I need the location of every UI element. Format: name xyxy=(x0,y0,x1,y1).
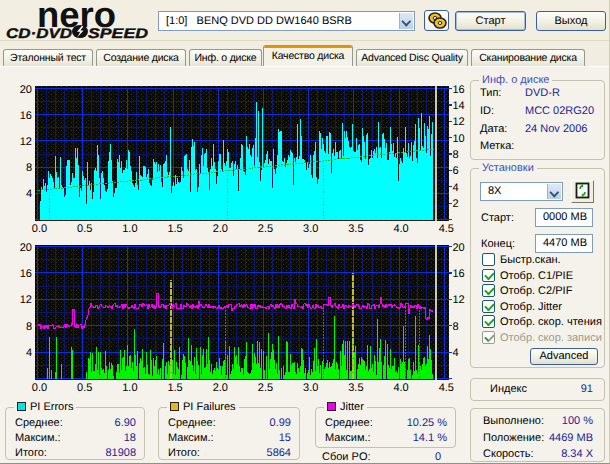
svg-text:2.5: 2.5 xyxy=(258,223,273,235)
svg-text:16: 16 xyxy=(453,268,465,280)
svg-text:0.0: 0.0 xyxy=(32,223,47,235)
svg-text:8: 8 xyxy=(26,162,32,174)
svg-text:16: 16 xyxy=(20,110,32,122)
svg-text:12: 12 xyxy=(453,294,465,306)
svg-text:20: 20 xyxy=(453,242,465,254)
svg-text:1.0: 1.0 xyxy=(122,223,137,235)
svg-text:3.0: 3.0 xyxy=(303,223,318,235)
svg-text:20: 20 xyxy=(20,84,32,96)
svg-text:12: 12 xyxy=(20,294,32,306)
svg-text:2.0: 2.0 xyxy=(213,223,228,235)
svg-text:8: 8 xyxy=(453,149,459,161)
svg-text:20: 20 xyxy=(20,242,32,254)
svg-text:12: 12 xyxy=(453,116,465,128)
svg-text:1.5: 1.5 xyxy=(167,223,182,235)
svg-text:2.0: 2.0 xyxy=(213,382,228,394)
svg-text:3.5: 3.5 xyxy=(348,382,363,394)
svg-text:4: 4 xyxy=(26,347,32,359)
svg-text:0.5: 0.5 xyxy=(77,223,92,235)
svg-text:1.0: 1.0 xyxy=(122,382,137,394)
svg-text:6: 6 xyxy=(453,165,459,177)
svg-text:16: 16 xyxy=(453,84,465,96)
svg-text:4.5: 4.5 xyxy=(439,382,454,394)
svg-text:8: 8 xyxy=(26,321,32,333)
svg-text:3.5: 3.5 xyxy=(348,223,363,235)
svg-text:4.0: 4.0 xyxy=(393,382,408,394)
svg-text:4.0: 4.0 xyxy=(393,223,408,235)
svg-text:16: 16 xyxy=(20,268,32,280)
svg-text:8: 8 xyxy=(453,321,459,333)
svg-text:3.0: 3.0 xyxy=(303,382,318,394)
svg-text:1.5: 1.5 xyxy=(167,382,182,394)
svg-text:2.5: 2.5 xyxy=(258,382,273,394)
svg-text:2: 2 xyxy=(453,198,459,210)
svg-text:0.5: 0.5 xyxy=(77,382,92,394)
svg-text:4: 4 xyxy=(453,182,459,194)
svg-text:0.0: 0.0 xyxy=(32,382,47,394)
svg-text:4: 4 xyxy=(26,188,32,200)
svg-text:10: 10 xyxy=(453,133,465,145)
svg-text:12: 12 xyxy=(20,136,32,148)
svg-text:4: 4 xyxy=(453,347,459,359)
svg-text:14: 14 xyxy=(453,100,465,112)
svg-text:4.5: 4.5 xyxy=(439,223,454,235)
